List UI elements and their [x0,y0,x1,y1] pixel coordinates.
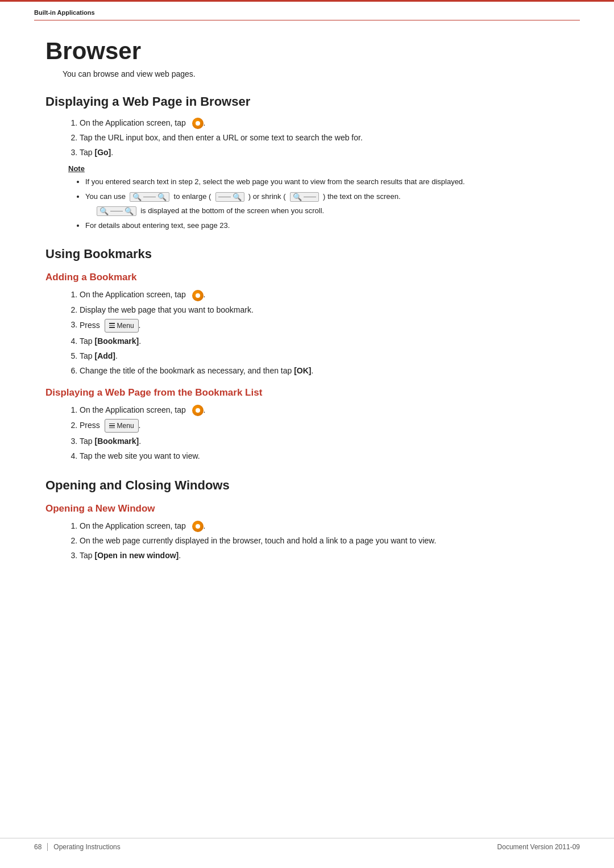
list-item: Tap [Add]. [80,350,569,362]
menu-lines-icon-2 [109,423,115,429]
list-item: Press Menu . [80,319,569,333]
list-item: You can use 🔍 🔍 to enlarge ( 🔍 ) or shri… [85,191,569,217]
note-label: Note [68,164,569,173]
app-icon-3 [192,405,204,416]
zoom-control-enlarge: 🔍 [215,192,244,202]
footer-version: Document Version 2011-09 [497,843,580,851]
list-item: On the web page currently displayed in t… [80,535,569,547]
section1-heading: Displaying a Web Page in Browser [45,94,569,109]
list-item: Tap [Bookmark]. [80,435,569,447]
list-item: Press Menu . [80,419,569,433]
list-item: On the Application screen, tap . [80,117,569,129]
page-wrapper: Built-in Applications Browser You can br… [0,0,614,868]
list-item: On the Application screen, tap . [80,520,569,532]
note-list: If you entered search text in step 2, se… [85,176,569,231]
zoom-minus-icon-2: 🔍 [293,193,302,201]
zoom-plus-icon-3: 🔍 [125,207,134,215]
main-content: Browser You can browse and view web page… [0,20,614,613]
app-icon-4 [192,521,204,532]
menu-line [109,427,115,429]
zoom-control-scroll: 🔍 🔍 [97,206,136,216]
section1-steps: On the Application screen, tap . Tap the… [80,117,569,159]
section3-sub1-steps: On the Application screen, tap . On the … [80,520,569,562]
zoom-plus-icon-2: 🔍 [233,193,242,201]
zoom-minus-icon-3: 🔍 [99,207,109,215]
note-block: Note If you entered search text in step … [68,164,569,231]
zoom-divider [143,197,156,197]
menu-line [109,327,115,328]
list-item: Display the web page that you want to bo… [80,304,569,316]
zoom-divider-2 [218,197,231,197]
list-item: If you entered search text in step 2, se… [85,176,569,188]
list-item: Tap [Open in new window]. [80,550,569,562]
menu-line [109,323,115,324]
zoom-divider-3 [304,197,316,197]
list-item: Tap [Bookmark]. [80,335,569,347]
top-bar: Built-in Applications [0,0,614,20]
page-subtitle: You can browse and view web pages. [63,69,569,78]
page-title: Browser [45,38,569,65]
menu-line [109,425,115,426]
footer-left: 68 Operating Instructions [34,843,121,851]
footer-page-number: 68 [34,843,42,851]
menu-button-2: Menu [105,419,139,433]
menu-line [109,325,115,326]
menu-line [109,423,115,425]
list-item: On the Application screen, tap . [80,289,569,301]
section2-sub1-steps: On the Application screen, tap . Display… [80,289,569,376]
menu-label: Menu [117,321,134,331]
list-item: Tap [Go]. [80,147,569,159]
section2-sub2-steps: On the Application screen, tap . Press M… [80,404,569,462]
section3-heading: Opening and Closing Windows [45,478,569,493]
list-item: For details about entering text, see pag… [85,220,569,231]
list-item: Change the title of the bookmark as nece… [80,365,569,377]
footer-divider [47,843,48,851]
zoom-control-shrink: 🔍 [290,192,319,202]
menu-button-1: Menu [105,319,139,333]
list-item: Tap the URL input box, and then enter a … [80,132,569,144]
menu-label-2: Menu [117,421,134,431]
menu-lines-icon [109,323,115,328]
zoom-minus-icon: 🔍 [132,193,142,201]
footer-label: Operating Instructions [53,843,120,851]
zoom-divider-4 [110,211,123,211]
section2-sub2-heading: Displaying a Web Page from the Bookmark … [45,387,569,398]
list-item: Tap the web site you want to view. [80,450,569,462]
section2-sub1-heading: Adding a Bookmark [45,272,569,283]
zoom-control-main: 🔍 🔍 [130,192,169,202]
list-item: On the Application screen, tap . [80,404,569,416]
app-icon-2 [192,290,204,301]
zoom-plus-icon: 🔍 [157,193,167,201]
app-icon-1 [192,118,204,129]
footer: 68 Operating Instructions Document Versi… [0,838,614,851]
breadcrumb: Built-in Applications [34,9,95,16]
section3-sub1-heading: Opening a New Window [45,503,569,514]
section2-heading: Using Bookmarks [45,247,569,261]
